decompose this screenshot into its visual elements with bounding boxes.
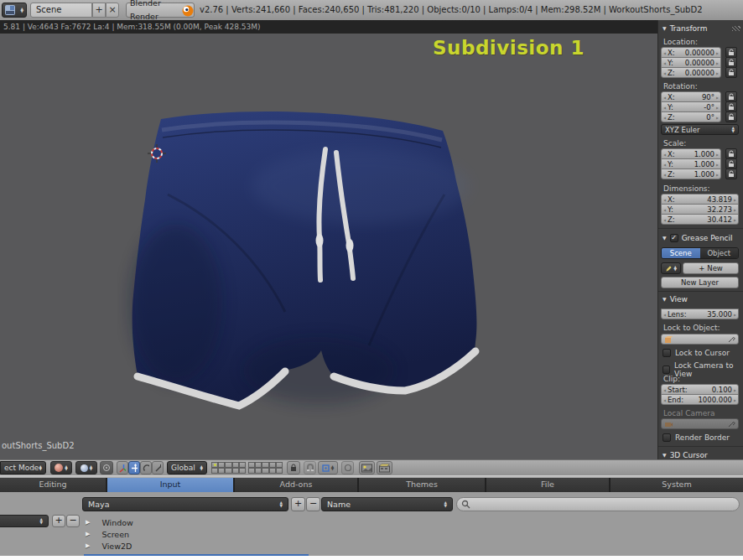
keymap-tree-item-screen[interactable]: ▶ Screen [86, 528, 129, 540]
minus-icon: − [69, 515, 76, 526]
scale-manipulator-button[interactable] [152, 461, 164, 474]
preferences-tab-bar: Editing Input Add-ons Themes File System [0, 478, 743, 492]
keymap-preset-dropdown[interactable]: Maya ▲▼ [82, 497, 288, 511]
panel-separator [658, 228, 743, 229]
tab-themes[interactable]: Themes [359, 478, 486, 492]
unlock-icon [728, 103, 735, 111]
tab-scene[interactable]: Scene [662, 248, 700, 258]
render-opengl-button[interactable] [359, 461, 375, 474]
add-scene-button[interactable]: + [92, 3, 106, 18]
lock-scale-z-button[interactable] [725, 169, 737, 179]
chevron-updown-icon: ▲▼ [65, 465, 67, 471]
transform-orientation-dropdown[interactable]: Global ▲▼ [167, 461, 207, 474]
tab-file[interactable]: File [486, 478, 611, 492]
expand-arrow-icon[interactable]: ▶ [86, 542, 90, 549]
shorts-3d-model[interactable] [117, 94, 503, 454]
rotate-manipulator-button[interactable] [140, 461, 152, 474]
proportional-edit-button[interactable] [341, 461, 354, 474]
grease-pencil-data-selector[interactable]: ▲▼ [661, 262, 681, 274]
grease-pencil-new-button[interactable]: + New [683, 262, 739, 274]
lock-to-cursor-checkbox[interactable] [662, 349, 671, 357]
keymap-selector-dropdown[interactable]: ▲▼ [0, 515, 49, 527]
render-image-icon [361, 464, 372, 473]
blender-logo-icon [181, 4, 194, 17]
editor-type-selector[interactable]: ▲▼ [2, 3, 27, 18]
dimensions-z-field[interactable]: Z:30.412 [661, 214, 739, 225]
keymap-search-input[interactable] [456, 497, 740, 511]
lock-to-scene-button[interactable] [287, 461, 300, 474]
eyedropper-icon [728, 335, 735, 343]
translate-manipulator-button[interactable] [128, 461, 140, 474]
tab-input[interactable]: Input [107, 478, 235, 492]
render-border-checkbox[interactable] [662, 433, 671, 442]
chevron-updown-icon: ▲▼ [21, 8, 23, 13]
viewport-header-toolbar: ect Mode ▲▼ ▲▼ ▲▼ [0, 459, 743, 475]
lock-to-object-label: Lock to Object: [663, 324, 720, 332]
manipulator-toggle-button[interactable] [117, 461, 128, 474]
chevron-updown-icon: ▲▼ [732, 127, 735, 132]
pivot-point-dropdown[interactable]: ▲▼ [75, 461, 97, 474]
preset-remove-button[interactable]: − [306, 497, 320, 511]
scale-label: Scale: [663, 139, 686, 148]
panel-separator [658, 291, 743, 292]
tab-editing[interactable]: Editing [0, 478, 107, 492]
lens-field[interactable]: Lens:35.000 [661, 309, 739, 319]
dimensions-label: Dimensions: [663, 184, 710, 193]
3d-cursor-panel-header[interactable]: ▼ 3D Cursor [658, 449, 743, 459]
snap-element-dropdown[interactable]: ▲▼ [318, 461, 338, 474]
rotation-order-dropdown[interactable]: XYZ Euler ▲▼ [661, 124, 739, 135]
snap-toggle-button[interactable] [304, 461, 316, 474]
drawstring-knot-left [316, 234, 324, 247]
pivot-center-toggle[interactable] [100, 461, 113, 474]
scale-z-field[interactable]: Z:1.000 [661, 169, 721, 179]
subdivision-overlay-label: Subdivision 1 [433, 37, 585, 59]
transform-panel-header[interactable]: ▼ Transform [658, 23, 743, 34]
location-label: Location: [663, 38, 698, 46]
expand-arrow-icon[interactable]: ▶ [86, 531, 90, 537]
lock-rotation-z-button[interactable] [725, 111, 737, 122]
shading-sphere-icon [55, 464, 63, 472]
view-panel-header[interactable]: ▼ View [658, 293, 743, 304]
chevron-updown-icon: ▲▼ [39, 465, 42, 471]
clip-label: Clip: [663, 375, 680, 383]
keymap-add-button[interactable]: + [52, 515, 65, 527]
filter-type-dropdown[interactable]: Name ▲▼ [321, 497, 453, 511]
layer-buttons-group-2[interactable] [248, 462, 283, 474]
rotation-z-field[interactable]: Z:0° [661, 111, 721, 122]
scene-name: Scene [36, 5, 62, 14]
clip-end-field[interactable]: End:1000.000 [661, 394, 739, 405]
render-stats-strip: 5.81 | Ve:4643 Fa:7672 La:4 | Mem:318.55… [0, 20, 657, 34]
mode-dropdown[interactable]: ect Mode ▲▼ [0, 461, 46, 474]
plus-icon: + [95, 4, 102, 15]
grease-pencil-checkbox[interactable]: ✓ [670, 234, 678, 242]
tab-addons[interactable]: Add-ons [235, 478, 359, 492]
lock-object-picker[interactable] [661, 334, 739, 345]
scene-name-field[interactable]: Scene [30, 3, 92, 18]
new-layer-button[interactable]: New Layer [661, 277, 739, 288]
preset-add-button[interactable]: + [291, 497, 305, 511]
lock-camera-checkbox[interactable] [662, 366, 670, 374]
layer-1-active[interactable] [211, 462, 218, 468]
unlock-icon [728, 49, 735, 56]
3d-viewport[interactable]: 5.81 | Ve:4643 Fa:7672 La:4 | Mem:318.55… [0, 20, 657, 459]
lock-location-z-button[interactable] [725, 67, 737, 78]
tab-system[interactable]: System [611, 478, 743, 492]
pivot-center-icon [102, 464, 111, 472]
keymap-tree-item-view2d[interactable]: ▶ View2D [86, 540, 132, 552]
3d-cursor[interactable] [148, 144, 166, 163]
tab-object[interactable]: Object [700, 248, 739, 258]
keymap-tree-item-window[interactable]: ▶ Window [86, 516, 133, 528]
layer-buttons-group-1[interactable] [211, 462, 246, 474]
panel-drag-handle[interactable] [732, 26, 740, 31]
render-animation-icon [379, 464, 390, 473]
grease-pencil-panel-header[interactable]: ▼ ✓ Grease Pencil [658, 232, 743, 243]
viewport-shading-dropdown[interactable]: ▲▼ [50, 461, 72, 474]
local-camera-picker[interactable] [661, 418, 739, 429]
keymap-remove-button[interactable]: − [66, 515, 80, 527]
render-opengl-animation-button[interactable] [377, 461, 392, 474]
chevron-updown-icon: ▲▼ [200, 465, 203, 471]
location-z-field[interactable]: Z:0.00000 [661, 67, 721, 78]
expand-arrow-icon[interactable]: ▶ [86, 519, 90, 526]
collapse-triangle-icon: ▼ [662, 296, 667, 302]
unlink-scene-button[interactable]: × [106, 3, 119, 18]
